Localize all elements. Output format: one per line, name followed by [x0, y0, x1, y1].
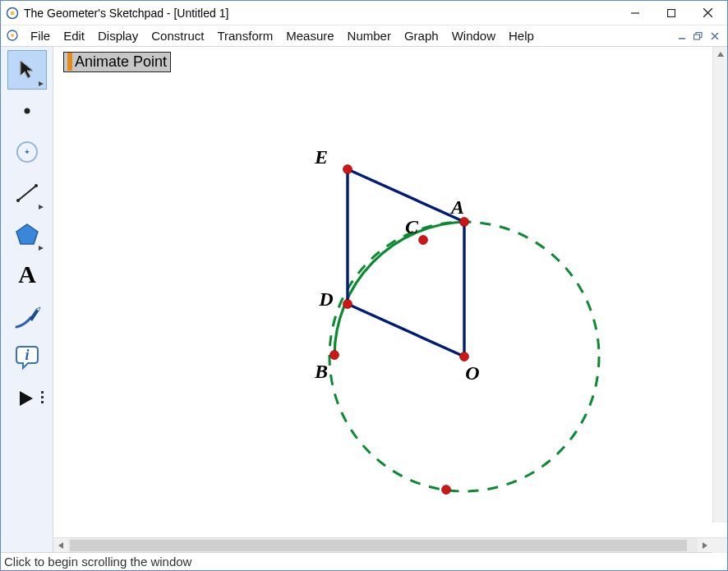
- marker-tool[interactable]: [7, 297, 47, 336]
- point-bottom[interactable]: [442, 486, 451, 495]
- svg-text:+: +: [25, 147, 30, 156]
- scroll-left-button[interactable]: [53, 538, 68, 553]
- label-D[interactable]: D: [319, 288, 333, 311]
- menu-transform[interactable]: Transform: [210, 27, 279, 44]
- minimize-button[interactable]: [617, 2, 653, 25]
- titlebar: The Geometer's Sketchpad - [Untitled 1]: [1, 1, 727, 25]
- label-E[interactable]: E: [315, 146, 328, 168]
- svg-text:A: A: [18, 261, 36, 288]
- svg-marker-20: [16, 224, 38, 244]
- mdi-close-button[interactable]: [707, 30, 722, 43]
- menu-display[interactable]: Display: [91, 27, 145, 44]
- vertical-scrollbar[interactable]: [712, 47, 727, 523]
- resize-grip[interactable]: [712, 538, 727, 553]
- menu-window[interactable]: Window: [445, 27, 502, 44]
- expand-icon: [39, 246, 44, 251]
- svg-marker-23: [20, 391, 33, 406]
- menu-construct[interactable]: Construct: [145, 27, 210, 44]
- svg-rect-3: [668, 9, 675, 16]
- window-title: The Geometer's Sketchpad - [Untitled 1]: [24, 7, 228, 20]
- segment-EA[interactable]: [348, 169, 464, 222]
- arc-solid[interactable]: [334, 222, 464, 355]
- point-A[interactable]: [460, 218, 469, 227]
- scroll-up-button[interactable]: [713, 47, 727, 62]
- info-tool[interactable]: i: [7, 338, 47, 377]
- menu-help[interactable]: Help: [502, 27, 541, 44]
- segment-OD[interactable]: [348, 304, 464, 357]
- mdi-restore-button[interactable]: [691, 30, 706, 43]
- point-D[interactable]: [343, 300, 352, 309]
- app-icon: [6, 7, 19, 20]
- horizontal-scrollbar[interactable]: [53, 537, 727, 552]
- maximize-button[interactable]: [653, 2, 689, 25]
- custom-tool[interactable]: [7, 379, 47, 418]
- svg-text:i: i: [25, 347, 29, 363]
- sketch-svg: [53, 47, 711, 537]
- point-E[interactable]: [343, 165, 352, 174]
- svg-marker-25: [58, 542, 63, 549]
- svg-rect-10: [694, 35, 700, 39]
- text-tool[interactable]: A: [7, 256, 47, 295]
- point-tool[interactable]: [7, 91, 47, 131]
- sketch-canvas[interactable]: Animate Point E A C D B O: [53, 47, 727, 537]
- app-window: The Geometer's Sketchpad - [Untitled 1] …: [0, 0, 728, 571]
- label-O[interactable]: O: [465, 362, 479, 385]
- svg-line-17: [18, 186, 36, 200]
- expand-icon: [39, 205, 44, 210]
- canvas-area: Animate Point E A C D B O: [53, 47, 727, 552]
- svg-point-19: [35, 184, 38, 187]
- status-text: Click to begin scrolling the window: [4, 555, 191, 569]
- window-buttons: [617, 2, 726, 25]
- statusbar: Click to begin scrolling the window: [1, 552, 727, 570]
- mdi-buttons: [675, 30, 726, 43]
- expand-dots-icon: [41, 391, 44, 403]
- svg-point-13: [24, 108, 30, 114]
- doc-icon: [6, 29, 21, 44]
- main-area: + A i: [1, 47, 727, 552]
- line-tool[interactable]: [7, 173, 47, 213]
- svg-marker-24: [717, 52, 724, 57]
- menu-number[interactable]: Number: [341, 27, 398, 44]
- circle-tool[interactable]: +: [7, 132, 47, 172]
- close-button[interactable]: [689, 2, 726, 25]
- menu-graph[interactable]: Graph: [398, 27, 445, 44]
- svg-point-1: [11, 11, 15, 15]
- menu-measure[interactable]: Measure: [279, 27, 340, 44]
- polygon-tool[interactable]: [7, 214, 47, 254]
- scroll-track[interactable]: [68, 538, 698, 552]
- label-C[interactable]: C: [405, 216, 418, 238]
- menu-file[interactable]: File: [24, 27, 57, 44]
- label-B[interactable]: B: [315, 361, 328, 383]
- toolbar: + A i: [1, 47, 53, 552]
- scroll-thumb[interactable]: [70, 540, 687, 551]
- scroll-right-button[interactable]: [698, 538, 712, 553]
- expand-icon: [39, 81, 44, 86]
- svg-marker-26: [703, 542, 707, 549]
- svg-point-18: [16, 199, 20, 202]
- mdi-minimize-button[interactable]: [675, 30, 689, 43]
- select-tool[interactable]: [7, 50, 47, 90]
- menubar: File Edit Display Construct Transform Me…: [1, 25, 727, 47]
- svg-point-7: [11, 34, 14, 37]
- point-C[interactable]: [419, 236, 428, 245]
- menu-edit[interactable]: Edit: [57, 27, 91, 44]
- point-B[interactable]: [330, 351, 339, 360]
- label-A[interactable]: A: [451, 196, 464, 219]
- point-O[interactable]: [460, 352, 469, 361]
